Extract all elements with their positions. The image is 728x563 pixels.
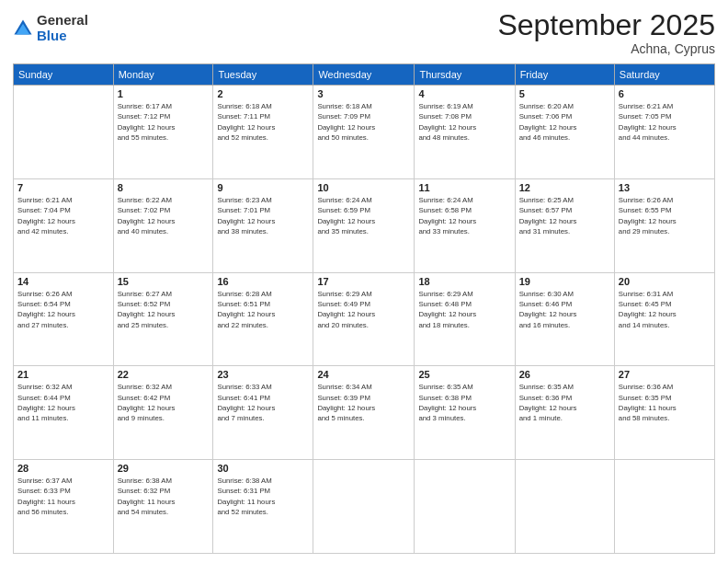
- day-info: Sunrise: 6:38 AM Sunset: 6:31 PM Dayligh…: [217, 476, 309, 517]
- day-number: 30: [217, 463, 309, 474]
- day-info: Sunrise: 6:24 AM Sunset: 6:58 PM Dayligh…: [418, 195, 510, 236]
- calendar-cell: 3Sunrise: 6:18 AM Sunset: 7:09 PM Daylig…: [313, 86, 415, 179]
- logo-blue: Blue: [37, 29, 88, 44]
- calendar-cell: 27Sunrise: 6:36 AM Sunset: 6:35 PM Dayli…: [614, 366, 714, 460]
- day-number: 13: [619, 182, 711, 193]
- day-number: 12: [519, 182, 610, 193]
- calendar-cell: [313, 460, 415, 554]
- day-number: 2: [217, 88, 309, 99]
- day-info: Sunrise: 6:17 AM Sunset: 7:12 PM Dayligh…: [118, 101, 210, 143]
- calendar-cell: [415, 460, 515, 554]
- calendar-cell: 24Sunrise: 6:34 AM Sunset: 6:39 PM Dayli…: [313, 366, 415, 460]
- calendar-cell: 12Sunrise: 6:25 AM Sunset: 6:57 PM Dayli…: [515, 178, 614, 272]
- calendar-week-4: 21Sunrise: 6:32 AM Sunset: 6:44 PM Dayli…: [14, 366, 715, 460]
- day-number: 7: [17, 182, 109, 193]
- day-info: Sunrise: 6:25 AM Sunset: 6:57 PM Dayligh…: [519, 195, 610, 236]
- calendar-cell: 4Sunrise: 6:19 AM Sunset: 7:08 PM Daylig…: [415, 86, 515, 179]
- day-info: Sunrise: 6:20 AM Sunset: 7:06 PM Dayligh…: [519, 101, 610, 143]
- calendar-cell: 10Sunrise: 6:24 AM Sunset: 6:59 PM Dayli…: [313, 178, 415, 272]
- day-info: Sunrise: 6:24 AM Sunset: 6:59 PM Dayligh…: [317, 195, 410, 236]
- calendar-cell: 5Sunrise: 6:20 AM Sunset: 7:06 PM Daylig…: [515, 86, 614, 179]
- calendar-cell: 2Sunrise: 6:18 AM Sunset: 7:11 PM Daylig…: [213, 86, 313, 179]
- calendar-cell: 8Sunrise: 6:22 AM Sunset: 7:02 PM Daylig…: [113, 178, 213, 272]
- day-number: 24: [317, 369, 410, 380]
- day-number: 4: [418, 88, 510, 99]
- day-number: 5: [519, 88, 610, 99]
- calendar-cell: 9Sunrise: 6:23 AM Sunset: 7:01 PM Daylig…: [213, 178, 313, 272]
- day-info: Sunrise: 6:29 AM Sunset: 6:49 PM Dayligh…: [317, 289, 410, 330]
- day-info: Sunrise: 6:26 AM Sunset: 6:55 PM Dayligh…: [619, 195, 711, 236]
- day-number: 1: [118, 88, 210, 99]
- calendar-cell: 1Sunrise: 6:17 AM Sunset: 7:12 PM Daylig…: [113, 86, 213, 179]
- calendar-week-2: 7Sunrise: 6:21 AM Sunset: 7:04 PM Daylig…: [14, 178, 715, 272]
- weekday-header-thursday: Thursday: [415, 64, 515, 86]
- calendar-table: SundayMondayTuesdayWednesdayThursdayFrid…: [13, 63, 715, 554]
- day-info: Sunrise: 6:35 AM Sunset: 6:38 PM Dayligh…: [418, 382, 510, 423]
- page: General Blue September 2025 Achna, Cypru…: [0, 0, 728, 563]
- location-subtitle: Achna, Cyprus: [497, 41, 715, 56]
- calendar-cell: 14Sunrise: 6:26 AM Sunset: 6:54 PM Dayli…: [14, 272, 114, 366]
- day-info: Sunrise: 6:18 AM Sunset: 7:11 PM Dayligh…: [217, 101, 309, 143]
- day-number: 20: [619, 276, 711, 287]
- weekday-header-wednesday: Wednesday: [313, 64, 415, 86]
- day-number: 15: [118, 276, 210, 287]
- calendar-cell: 29Sunrise: 6:38 AM Sunset: 6:32 PM Dayli…: [113, 460, 213, 554]
- calendar-cell: 21Sunrise: 6:32 AM Sunset: 6:44 PM Dayli…: [14, 366, 114, 460]
- day-number: 6: [619, 88, 711, 99]
- logo: General Blue: [13, 13, 88, 43]
- day-info: Sunrise: 6:27 AM Sunset: 6:52 PM Dayligh…: [118, 289, 210, 330]
- day-number: 8: [118, 182, 210, 193]
- day-info: Sunrise: 6:29 AM Sunset: 6:48 PM Dayligh…: [418, 289, 510, 330]
- title-block: September 2025 Achna, Cyprus: [497, 9, 715, 56]
- day-info: Sunrise: 6:37 AM Sunset: 6:33 PM Dayligh…: [17, 476, 109, 517]
- calendar-cell: 13Sunrise: 6:26 AM Sunset: 6:55 PM Dayli…: [614, 178, 714, 272]
- day-info: Sunrise: 6:38 AM Sunset: 6:32 PM Dayligh…: [118, 476, 210, 517]
- day-number: 18: [418, 276, 510, 287]
- calendar-cell: 28Sunrise: 6:37 AM Sunset: 6:33 PM Dayli…: [14, 460, 114, 554]
- day-number: 28: [17, 463, 109, 474]
- day-number: 10: [317, 182, 410, 193]
- day-info: Sunrise: 6:21 AM Sunset: 7:05 PM Dayligh…: [619, 101, 711, 143]
- day-info: Sunrise: 6:22 AM Sunset: 7:02 PM Dayligh…: [118, 195, 210, 236]
- calendar-cell: [515, 460, 614, 554]
- calendar-week-1: 1Sunrise: 6:17 AM Sunset: 7:12 PM Daylig…: [14, 86, 715, 179]
- calendar-cell: 18Sunrise: 6:29 AM Sunset: 6:48 PM Dayli…: [415, 272, 515, 366]
- calendar-cell: 17Sunrise: 6:29 AM Sunset: 6:49 PM Dayli…: [313, 272, 415, 366]
- day-info: Sunrise: 6:19 AM Sunset: 7:08 PM Dayligh…: [418, 101, 510, 143]
- calendar-cell: 15Sunrise: 6:27 AM Sunset: 6:52 PM Dayli…: [113, 272, 213, 366]
- logo-text: General Blue: [37, 13, 88, 43]
- day-info: Sunrise: 6:23 AM Sunset: 7:01 PM Dayligh…: [217, 195, 309, 236]
- calendar-cell: 6Sunrise: 6:21 AM Sunset: 7:05 PM Daylig…: [614, 86, 714, 179]
- calendar-cell: [614, 460, 714, 554]
- day-number: 14: [17, 276, 109, 287]
- day-number: 19: [519, 276, 610, 287]
- day-number: 22: [118, 369, 210, 380]
- day-number: 25: [418, 369, 510, 380]
- day-number: 21: [17, 369, 109, 380]
- weekday-header-sunday: Sunday: [14, 64, 114, 86]
- day-number: 3: [317, 88, 410, 99]
- weekday-header-row: SundayMondayTuesdayWednesdayThursdayFrid…: [14, 64, 715, 86]
- day-info: Sunrise: 6:36 AM Sunset: 6:35 PM Dayligh…: [619, 382, 711, 423]
- header: General Blue September 2025 Achna, Cypru…: [13, 9, 715, 56]
- weekday-header-saturday: Saturday: [614, 64, 714, 86]
- calendar-cell: 19Sunrise: 6:30 AM Sunset: 6:46 PM Dayli…: [515, 272, 614, 366]
- day-info: Sunrise: 6:30 AM Sunset: 6:46 PM Dayligh…: [519, 289, 610, 330]
- calendar-cell: 26Sunrise: 6:35 AM Sunset: 6:36 PM Dayli…: [515, 366, 614, 460]
- month-title: September 2025: [497, 9, 715, 41]
- day-info: Sunrise: 6:18 AM Sunset: 7:09 PM Dayligh…: [317, 101, 410, 143]
- day-info: Sunrise: 6:33 AM Sunset: 6:41 PM Dayligh…: [217, 382, 309, 423]
- calendar-week-3: 14Sunrise: 6:26 AM Sunset: 6:54 PM Dayli…: [14, 272, 715, 366]
- day-number: 26: [519, 369, 610, 380]
- day-number: 17: [317, 276, 410, 287]
- day-info: Sunrise: 6:28 AM Sunset: 6:51 PM Dayligh…: [217, 289, 309, 330]
- day-info: Sunrise: 6:31 AM Sunset: 6:45 PM Dayligh…: [619, 289, 711, 330]
- weekday-header-tuesday: Tuesday: [213, 64, 313, 86]
- weekday-header-friday: Friday: [515, 64, 614, 86]
- weekday-header-monday: Monday: [113, 64, 213, 86]
- calendar-cell: 22Sunrise: 6:32 AM Sunset: 6:42 PM Dayli…: [113, 366, 213, 460]
- calendar-cell: 16Sunrise: 6:28 AM Sunset: 6:51 PM Dayli…: [213, 272, 313, 366]
- calendar-cell: 20Sunrise: 6:31 AM Sunset: 6:45 PM Dayli…: [614, 272, 714, 366]
- calendar-cell: 25Sunrise: 6:35 AM Sunset: 6:38 PM Dayli…: [415, 366, 515, 460]
- calendar-cell: 7Sunrise: 6:21 AM Sunset: 7:04 PM Daylig…: [14, 178, 114, 272]
